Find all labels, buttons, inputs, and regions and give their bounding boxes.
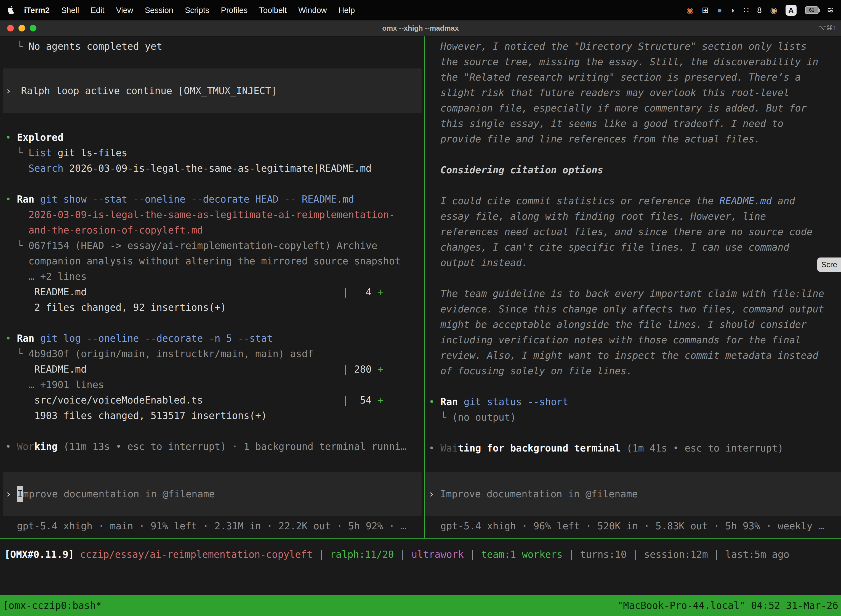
text-segment: git status --short — [463, 396, 568, 407]
text-segment — [458, 396, 463, 407]
text-segment: Wai — [440, 443, 458, 454]
text-segment: [OMX#0.11.9] — [4, 549, 74, 560]
pane-right[interactable]: However, I noticed the "Directory Struct… — [425, 37, 841, 538]
screen-float-button[interactable]: Scre — [817, 258, 841, 272]
text-segment: | — [343, 395, 348, 406]
menu-window[interactable]: Window — [293, 6, 333, 15]
command-input[interactable]: › Improve documentation in @filename — [3, 472, 422, 516]
zoom-button[interactable] — [30, 25, 37, 31]
text-segment: └ 4b9d30f (origin/main, instructkr/main,… — [17, 348, 314, 359]
text-segment: references need actual files, and since … — [440, 226, 813, 238]
text-segment: (11m 13s • esc to interrupt) · 1 backgro… — [58, 441, 406, 452]
terminal-line: references need actual files, and since … — [429, 224, 841, 239]
wifi-icon[interactable]: ≋ — [827, 6, 834, 14]
window-title-bar[interactable]: omx --xhigh --madmax ⌥⌘1 — [0, 21, 841, 37]
tmux-status-bar: [omx-cczip0:bash* "MacBook-Pro-44.local"… — [0, 595, 841, 616]
text-segment: (1m 41s • esc to interrupt) — [621, 443, 783, 454]
terminal-line: output instead. — [429, 255, 841, 270]
terminal-line — [429, 147, 841, 162]
text-segment: | — [708, 549, 725, 560]
close-button[interactable] — [7, 25, 14, 31]
menu-help[interactable]: Help — [333, 6, 360, 15]
prompt-chevron: › — [6, 486, 17, 502]
text-segment: | — [464, 549, 481, 560]
text-segment: + — [378, 364, 383, 375]
text-segment: 4 — [348, 286, 377, 298]
text-segment: Ralph loop active continue [OMX_TMUX_INJ… — [21, 83, 277, 98]
tmux-host-clock: "MacBook-Pro-44.local" 04:52 31-Mar-26 — [617, 600, 838, 611]
text-segment: git show --stat --oneline --decorate HEA… — [40, 194, 354, 205]
text-segment: Ran — [440, 396, 458, 407]
terminal-line: • Working (11m 13s • esc to interrupt) ·… — [5, 439, 424, 454]
terminal-line: └ 067f154 (HEAD -> essay/ai-reimplementa… — [5, 238, 424, 253]
text-segment: ting for background terminal — [458, 443, 621, 454]
text-segment: essay file, along with finding root file… — [440, 211, 766, 222]
terminal-line — [429, 270, 841, 286]
command-input[interactable]: › Improve documentation in @filename — [425, 472, 841, 516]
minimize-button[interactable] — [19, 25, 25, 31]
menu-status-icons: ◉⊞●◗∷8◉A61≋ — [686, 5, 834, 16]
text-segment: and — [772, 195, 795, 207]
traffic-lights — [7, 25, 37, 31]
terminal-line — [429, 378, 841, 394]
screen-recording-indicator[interactable]: ◉ — [686, 6, 693, 14]
text-segment: changes, I can't cite specific file line… — [440, 242, 789, 253]
text-segment: List — [28, 147, 51, 158]
text-segment: 2 files changed, 92 insertions(+) — [34, 302, 226, 313]
text-segment: Ran — [17, 194, 34, 205]
text-segment: • — [429, 443, 440, 454]
window-grid-icon[interactable]: ⊞ — [702, 6, 709, 14]
pane-left[interactable]: └ No agents completed yet› Ralph loop ac… — [0, 37, 424, 538]
terminal-line: • Ran git status --short — [429, 394, 841, 409]
text-segment: README.md — [719, 195, 772, 207]
text-segment: • — [5, 132, 17, 143]
menu-scripts[interactable]: Scripts — [179, 6, 215, 15]
text-segment: No agents completed yet — [28, 41, 162, 52]
terminal-line: 2026-03-09-is-legal-the-same-as-legitima… — [5, 207, 424, 223]
menu-toolbelt[interactable]: Toolbelt — [253, 6, 293, 15]
terminal-line: Considering citation options — [429, 162, 841, 178]
text-segment: Search — [28, 163, 63, 174]
menu-edit[interactable]: Edit — [85, 6, 110, 15]
key-8-icon[interactable]: 8 — [757, 6, 762, 14]
menu-iterm2[interactable]: iTerm2 — [18, 6, 56, 15]
menu-session[interactable]: Session — [139, 6, 179, 15]
menu-view[interactable]: View — [110, 6, 139, 15]
terminal-line: … +2 lines — [5, 269, 424, 284]
text-segment: | — [343, 364, 348, 375]
battery-icon[interactable]: 61 — [805, 6, 819, 14]
text-segment: might be acceptable alongside the file l… — [440, 319, 807, 330]
text-segment — [203, 395, 343, 406]
terminal-line: README.md | 4 + — [5, 284, 424, 300]
text-segment: git log --oneline --decorate -n 5 --stat — [40, 333, 273, 344]
input-source-icon[interactable]: A — [785, 5, 797, 16]
terminal-line — [429, 178, 841, 193]
terminal-line: I could cite commit statistics or refere… — [429, 193, 841, 209]
menu-profiles[interactable]: Profiles — [215, 6, 253, 15]
menu-shell[interactable]: Shell — [56, 6, 85, 15]
text-segment: including verification notes with those … — [440, 334, 801, 346]
terminal-line: review. Also, I might want to inspect th… — [429, 348, 841, 363]
text-segment: team:1 workers — [481, 549, 563, 560]
terminal-line: • Waiting for background terminal (1m 41… — [429, 440, 841, 456]
text-segment: However, I noticed the "Directory Struct… — [440, 41, 807, 52]
terminal-line: changes, I can't cite specific file line… — [429, 239, 841, 255]
text-segment: I could cite commit statistics or refere… — [440, 195, 719, 207]
text-segment: provide file and line references from th… — [440, 133, 760, 145]
blue-app-icon[interactable]: ● — [717, 6, 722, 14]
text-segment: 54 — [348, 395, 377, 406]
terminal-line: essay file, along with finding root file… — [429, 209, 841, 224]
dark-app-icon[interactable]: ◗ — [730, 6, 736, 14]
text-segment: … +1901 lines — [28, 379, 104, 390]
apple-logo[interactable] — [7, 5, 15, 15]
text-segment: • — [429, 396, 440, 407]
text-segment: | — [563, 549, 580, 560]
avatar-icon[interactable]: ◉ — [770, 6, 777, 14]
terminal-line — [429, 425, 841, 440]
text-segment: turns:10 — [580, 549, 627, 560]
terminal-line: provide file and line references from th… — [429, 131, 841, 147]
dots-grid-icon[interactable]: ∷ — [744, 6, 749, 14]
text-segment: README.md — [34, 364, 86, 375]
model-status-line: gpt-5.4 xhigh · main · 91% left · 2.31M … — [5, 518, 424, 534]
text-segment: └ — [17, 41, 28, 52]
